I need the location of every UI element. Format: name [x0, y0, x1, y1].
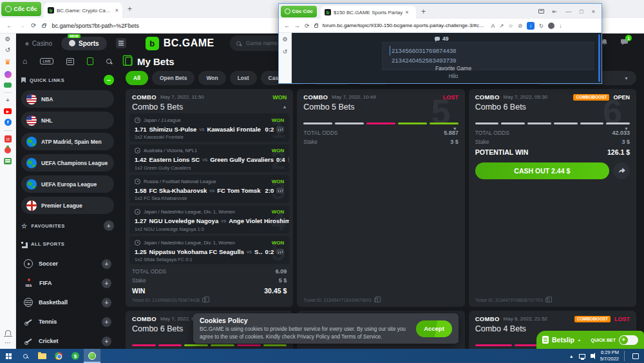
copy-icon[interactable] [202, 298, 206, 302]
stats-icon[interactable] [276, 188, 284, 193]
address-bar[interactable]: bc.game/sports?bt-path=%2Fbets [52, 23, 138, 29]
volume-icon[interactable] [591, 354, 593, 358]
schedule-calendar-icon[interactable] [66, 58, 74, 65]
stats-icon[interactable] [276, 126, 284, 132]
crown-icon[interactable]: ♛ [5, 58, 11, 66]
ticket-number[interactable]: 2134566031769874438 [390, 46, 593, 55]
download-button[interactable]: ↓ [527, 22, 535, 30]
chat-button[interactable]: 1 [620, 37, 629, 49]
nav-sports[interactable]: NEW Sports [61, 37, 107, 50]
cash-out-button[interactable]: CASH OUT 2.44 $ [475, 162, 609, 179]
forward-icon[interactable]: → [19, 22, 25, 29]
settings-gear-icon[interactable]: ⚙ [5, 36, 11, 43]
sidebar-item-basketball[interactable]: Basketball + [21, 293, 114, 312]
new-tab-button[interactable]: + [421, 7, 426, 16]
coccoc-logo[interactable]: Cốc Cốc [281, 6, 317, 17]
sidebar-item-nhl[interactable]: NHL [21, 112, 114, 129]
copy-icon[interactable] [374, 298, 378, 302]
browser-tab[interactable]: b BC.Game: Crypto Casino Gam × [44, 3, 122, 18]
coccoc-app[interactable] [84, 349, 100, 363]
share-button[interactable] [613, 162, 630, 179]
collapse-quick-links-button[interactable]: – [104, 75, 114, 85]
sidebar-item-atp-madrid[interactable]: ATP Madrid, Spain Men [21, 133, 114, 150]
translate-icon[interactable]: A [491, 23, 495, 29]
popup-tab[interactable]: b $150 BC.GAME Sports Parlay × [321, 6, 416, 19]
settings-gear-icon[interactable]: ⚙ [282, 36, 287, 43]
add-shortcut-icon[interactable]: + [6, 97, 10, 104]
bookmark-star-icon[interactable]: ☆ [508, 23, 513, 29]
chrome-app[interactable] [50, 349, 67, 363]
downloads-tray-icon[interactable]: ↓ [559, 23, 562, 29]
collapse-icon[interactable]: ▲ [282, 104, 287, 109]
bcgame-logo[interactable]: b BC.GAME [146, 37, 214, 50]
expand-soccer-button[interactable]: + [102, 259, 111, 269]
address-bar[interactable]: forum.bc.game/topic/9330-150-bcgame-spor… [323, 23, 487, 28]
forward-icon[interactable]: → [294, 23, 300, 29]
expand-tennis-button[interactable]: + [102, 317, 111, 327]
search-sports-icon[interactable] [106, 59, 111, 64]
reload-icon[interactable]: ⟳ [31, 22, 36, 29]
home-icon[interactable]: ⌂ [23, 57, 27, 65]
filter-won[interactable]: Won [198, 71, 225, 85]
maximize-button[interactable]: □ [580, 8, 583, 15]
start-button[interactable] [0, 349, 17, 363]
tomato-app-icon[interactable] [5, 147, 11, 153]
quick-bet-toggle[interactable]: + [619, 335, 638, 345]
sidebar-item-uefa-europa-league[interactable]: UEFA Europa League [21, 175, 114, 193]
sidebar-item-cricket[interactable]: Cricket + [21, 331, 114, 349]
file-explorer[interactable] [33, 349, 50, 363]
newsfeed-icon[interactable] [4, 158, 12, 164]
sidebar-item-nba[interactable]: NBA [21, 90, 114, 108]
coccoc-logo[interactable]: Cốc Cốc [1, 2, 41, 16]
my-bets-icon[interactable] [87, 57, 93, 65]
close-button[interactable]: × [592, 8, 595, 15]
profile-avatar[interactable] [548, 23, 554, 29]
accept-cookies-button[interactable]: Accept [416, 320, 452, 337]
messenger-icon[interactable] [5, 71, 12, 78]
back-icon[interactable]: ← [6, 22, 13, 29]
expand-icon[interactable]: ▼ [624, 126, 629, 131]
nav-casino[interactable]: ♠ Casino [25, 39, 52, 47]
sidebar-item-fifa[interactable]: FIFA FIFA + [21, 273, 114, 293]
new-tab-button[interactable]: + [128, 5, 132, 14]
scrollbar[interactable] [598, 34, 600, 82]
network-icon[interactable] [579, 354, 585, 358]
share-icon[interactable]: ↗ [499, 23, 504, 29]
sidebar-item-tennis[interactable]: Tennis + [21, 312, 114, 331]
filter-open-bets[interactable]: Open Bets [152, 71, 195, 85]
action-center-icon[interactable] [632, 353, 639, 359]
copy-icon[interactable] [545, 298, 549, 302]
expand-fifa-button[interactable]: + [102, 279, 111, 288]
nav-menu-button[interactable] [116, 38, 126, 48]
minimize-button[interactable]: — [565, 8, 571, 15]
tab-close-icon[interactable]: × [405, 9, 408, 15]
notifications-bell-icon[interactable] [5, 330, 11, 335]
more-options-icon[interactable]: ⋯ [5, 340, 11, 346]
sync-icon[interactable]: ↻ [539, 23, 544, 29]
tab-close-icon[interactable]: × [115, 7, 118, 14]
pin-window-icon[interactable]: ⇤ [553, 8, 558, 15]
reload-icon[interactable]: ⟳ [305, 23, 310, 29]
expand-basketball-button[interactable]: + [102, 298, 111, 308]
youtube-icon[interactable]: ▶ [4, 108, 12, 114]
add-favourite-button[interactable]: + [104, 221, 114, 231]
calendar-app-icon[interactable]: 15 [5, 135, 12, 142]
filter-lost[interactable]: Lost [230, 71, 257, 85]
stats-icon[interactable] [288, 157, 290, 162]
stats-icon[interactable] [276, 249, 284, 255]
games-icon[interactable] [4, 83, 12, 88]
taskbar-search[interactable] [17, 349, 33, 363]
tab-search-icon[interactable] [538, 9, 544, 14]
taskbar-clock[interactable]: 6:29 PM 5/7/2022 [600, 349, 619, 362]
live-tab[interactable]: LIVE [40, 58, 53, 64]
blocker-icon[interactable]: ⊘ [518, 23, 522, 29]
tray-expand-icon[interactable]: ▲ [569, 354, 574, 358]
betslip-bar[interactable]: Betslip ▲ QUICK BET + [536, 331, 644, 349]
finance-app[interactable]: $ [67, 349, 84, 363]
back-icon[interactable]: ← [284, 23, 290, 29]
filter-all[interactable]: All [126, 71, 148, 85]
sidebar-item-soccer[interactable]: Soccer + [21, 254, 114, 273]
expand-icon[interactable]: ▼ [453, 126, 457, 131]
ticket-number[interactable]: 2134240452583493739 [392, 55, 593, 65]
sidebar-item-premier-league[interactable]: Premier League [21, 197, 114, 214]
